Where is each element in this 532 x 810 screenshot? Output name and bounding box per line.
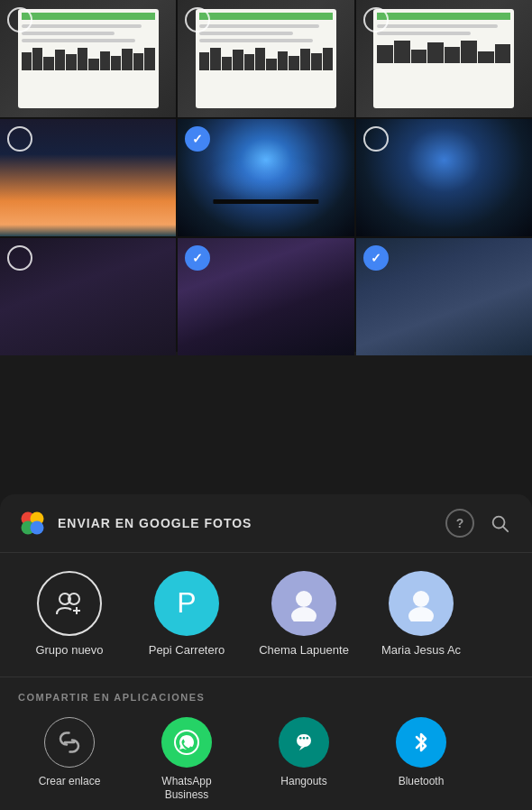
- select-circle[interactable]: [363, 7, 389, 32]
- photo-cell[interactable]: [178, 238, 353, 355]
- hangouts-icon: [289, 728, 318, 757]
- whatsapp-icon: [172, 728, 201, 757]
- photo-cell[interactable]: [178, 0, 353, 117]
- maria-avatar: [389, 571, 454, 636]
- search-icon: [490, 513, 509, 533]
- contact-name-pepi: Pepi Carretero: [149, 643, 225, 658]
- search-button[interactable]: [485, 509, 514, 538]
- contacts-row: Grupo nuevo P Pepi Carretero Chema Lapue…: [0, 553, 532, 666]
- svg-rect-18: [303, 737, 306, 740]
- bluetooth-icon: [408, 730, 434, 755]
- chema-avatar: [271, 571, 336, 636]
- app-name-hangouts: Hangouts: [280, 775, 326, 789]
- svg-point-3: [31, 520, 44, 534]
- svg-line-5: [503, 527, 508, 531]
- photo-cell[interactable]: [356, 0, 532, 117]
- photo-cell[interactable]: [0, 0, 176, 117]
- contact-chema[interactable]: Chema Lapuente: [245, 571, 362, 658]
- svg-point-10: [296, 591, 312, 607]
- person-icon: [403, 585, 439, 621]
- photo-cell[interactable]: [356, 119, 532, 236]
- app-create-link[interactable]: Crear enlace: [11, 717, 128, 803]
- help-button[interactable]: ?: [445, 509, 474, 538]
- svg-rect-17: [299, 737, 302, 740]
- whatsapp-icon-circle: [161, 717, 212, 768]
- app-bluetooth[interactable]: Bluetooth: [362, 717, 480, 803]
- svg-point-11: [291, 607, 316, 621]
- select-circle[interactable]: [363, 126, 389, 152]
- contact-maria[interactable]: Maria Jesus Ac: [362, 571, 480, 658]
- svg-point-13: [408, 607, 434, 621]
- svg-rect-19: [307, 737, 309, 740]
- photo-grid: [0, 0, 532, 352]
- share-apps-section: COMPARTIR EN APLICACIONES Crear enlace: [0, 677, 532, 810]
- contact-name-new-group: Grupo nuevo: [35, 643, 103, 658]
- pepi-initial: P: [177, 586, 196, 620]
- svg-point-12: [413, 591, 429, 607]
- app-name-link: Crear enlace: [39, 775, 101, 789]
- select-circle[interactable]: [7, 126, 32, 152]
- bluetooth-icon-circle: [396, 717, 446, 768]
- app-hangouts[interactable]: Hangouts: [245, 717, 362, 803]
- google-photos-icon: [18, 509, 47, 538]
- add-group-icon: [53, 587, 86, 620]
- contact-name-maria: Maria Jesus Ac: [381, 643, 461, 658]
- new-group-avatar: [37, 571, 102, 636]
- app-whatsapp[interactable]: WhatsApp Business: [128, 717, 245, 803]
- link-icon-circle: [44, 717, 95, 768]
- select-circle[interactable]: [185, 245, 210, 271]
- photo-cell[interactable]: [178, 119, 353, 236]
- app-name-whatsapp-line1: WhatsApp Business: [161, 775, 211, 803]
- select-circle[interactable]: [363, 245, 389, 271]
- link-icon: [57, 730, 82, 755]
- apps-row: Crear enlace WhatsApp Business: [0, 717, 532, 803]
- hangouts-icon-circle: [279, 717, 329, 768]
- pepi-avatar: P: [154, 571, 219, 636]
- svg-rect-16: [297, 734, 311, 747]
- share-title: ENVIAR EN GOOGLE FOTOS: [58, 516, 445, 530]
- share-header: ENVIAR EN GOOGLE FOTOS ?: [0, 494, 532, 553]
- photo-cell[interactable]: [0, 238, 176, 355]
- photo-cell[interactable]: [356, 238, 532, 355]
- contact-pepi[interactable]: P Pepi Carretero: [128, 571, 245, 658]
- select-circle[interactable]: [7, 245, 32, 271]
- app-name-bluetooth: Bluetooth: [399, 775, 445, 789]
- photo-cell[interactable]: [0, 119, 176, 236]
- contact-name-chema: Chema Lapuente: [259, 643, 349, 658]
- share-apps-title: COMPARTIR EN APLICACIONES: [0, 692, 532, 717]
- select-circle[interactable]: [185, 126, 210, 152]
- person-icon: [286, 585, 322, 621]
- select-circle[interactable]: [7, 7, 32, 32]
- contact-new-group[interactable]: Grupo nuevo: [11, 571, 128, 658]
- bottom-sheet: ENVIAR EN GOOGLE FOTOS ? Grup: [0, 494, 532, 810]
